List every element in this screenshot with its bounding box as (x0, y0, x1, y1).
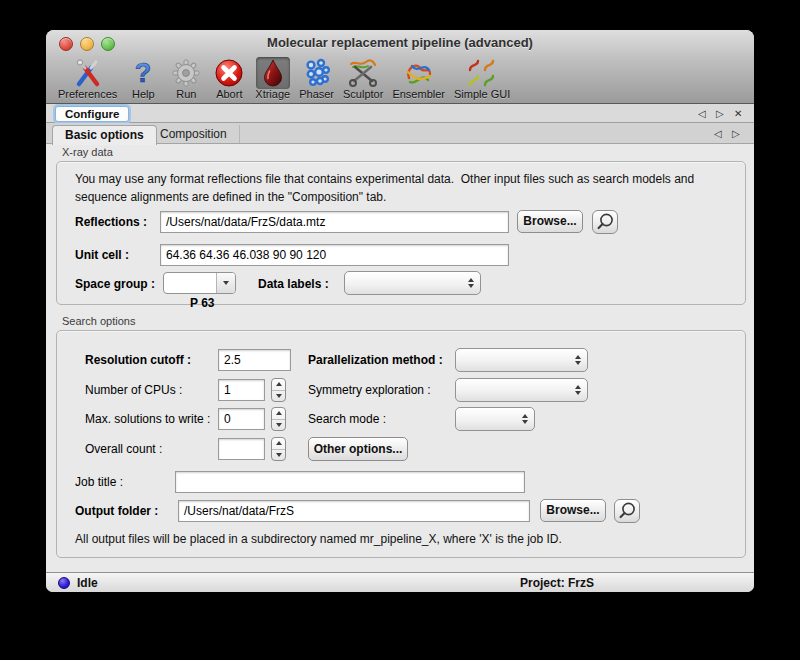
reflections-inspect-button[interactable] (592, 210, 618, 234)
search-mode-popup[interactable]: quick (455, 407, 535, 431)
output-folder-input[interactable]: /Users/nat/data/FrzS (178, 500, 530, 522)
app-window: Molecular replacement pipeline (advanced… (46, 30, 754, 592)
popup-arrows-icon (575, 349, 581, 371)
simple-gui-icon (465, 57, 499, 89)
toolbar-item-simple-gui[interactable]: Simple GUI (454, 56, 510, 100)
status-bar: Idle Project: FrzS (46, 572, 754, 592)
search-section-label: Search options (62, 315, 135, 327)
tab-bar: Basic options Composition ◁ ▷ (46, 123, 754, 144)
tab-prev-icon[interactable]: ◁ (714, 128, 722, 140)
toolbar-item-label: Run (176, 88, 196, 100)
resolution-cutoff-input[interactable]: 2.5 (218, 349, 291, 371)
stepper-down-icon[interactable] (272, 450, 285, 461)
toolbar-item-preferences[interactable]: Preferences (58, 56, 117, 100)
magnifier-icon (594, 211, 616, 233)
reflections-browse-button[interactable]: Browse... (517, 210, 583, 233)
popup-arrows-icon (575, 379, 581, 401)
cpus-stepper[interactable] (271, 378, 286, 402)
phaser-molecule-icon (300, 57, 334, 89)
xray-description-line2: sequence alignments are defined in the "… (75, 190, 386, 204)
output-folder-inspect-button[interactable] (614, 499, 640, 523)
data-labels-label: Data labels : (258, 277, 329, 291)
tab-next-icon[interactable]: ▷ (732, 128, 740, 140)
sculptor-scissors-icon (346, 57, 380, 89)
toolbar-item-help[interactable]: ? Help (126, 56, 160, 100)
job-title-input[interactable] (175, 471, 525, 493)
toolbar-item-label: Xtriage (255, 88, 290, 100)
xtriage-droplet-icon (256, 57, 290, 89)
toolbar-item-sculptor[interactable]: Sculptor (343, 56, 383, 100)
nav-next-icon[interactable]: ▷ (716, 108, 724, 120)
tab-composition[interactable]: Composition (148, 125, 240, 143)
symmetry-label: Symmetry exploration : (308, 383, 431, 397)
output-note: All output files will be placed in a sub… (75, 532, 562, 546)
max-solutions-stepper[interactable] (271, 407, 286, 431)
toolbar-item-run[interactable]: Run (169, 56, 203, 100)
space-group-combo[interactable]: P 63 (163, 272, 236, 294)
stepper-up-icon[interactable] (272, 408, 285, 420)
xray-section-label: X-ray data (62, 146, 113, 158)
unit-cell-label: Unit cell : (75, 248, 129, 262)
reflections-label: Reflections : (75, 215, 147, 229)
toolbar-item-ensembler[interactable]: Ensembler (392, 56, 445, 100)
overall-count-input[interactable] (218, 438, 265, 460)
space-group-value: P 63 (190, 296, 214, 310)
toolbar-item-label: Ensembler (392, 88, 445, 100)
svg-text:?: ? (135, 58, 152, 88)
toolbar-item-label: Preferences (58, 88, 117, 100)
parallelization-label: Parallelization method : (308, 353, 443, 367)
stepper-up-icon[interactable] (272, 438, 285, 450)
preferences-tools-icon (71, 57, 105, 89)
stepper-up-icon[interactable] (272, 379, 285, 391)
toolbar: Preferences ? Help (46, 56, 754, 104)
popup-arrows-icon (468, 272, 474, 294)
tab-configure[interactable]: Configure (55, 106, 129, 122)
job-title-label: Job title : (75, 475, 123, 489)
symmetry-popup[interactable]: dataset (455, 378, 588, 402)
output-folder-browse-button[interactable]: Browse... (540, 499, 606, 522)
popup-arrows-icon (522, 408, 528, 430)
magnifier-icon (616, 500, 638, 522)
overall-count-label: Overall count : (85, 442, 162, 456)
title-bar: Molecular replacement pipeline (advanced… (46, 30, 754, 56)
overall-count-stepper[interactable] (271, 437, 286, 461)
run-gear-icon (169, 57, 203, 89)
basic-options-panel: X-ray data You may use any format reflec… (46, 144, 754, 572)
parallelization-popup[interactable]: multiprocessing (455, 348, 588, 372)
toolbar-item-xtriage[interactable]: Xtriage (255, 56, 290, 100)
search-mode-label: Search mode : (308, 412, 386, 426)
abort-x-icon (212, 57, 246, 89)
combo-dropdown-icon (216, 273, 235, 293)
max-solutions-label: Max. solutions to write : (85, 412, 210, 426)
toolbar-item-label: Abort (216, 88, 242, 100)
other-options-button[interactable]: Other options... (308, 437, 408, 461)
help-question-icon: ? (126, 57, 160, 89)
stepper-down-icon[interactable] (272, 391, 285, 402)
toolbar-item-label: Phaser (299, 88, 334, 100)
toolbar-item-phaser[interactable]: Phaser (299, 56, 334, 100)
stepper-down-icon[interactable] (272, 420, 285, 431)
nav-prev-icon[interactable]: ◁ (698, 108, 706, 120)
close-icon[interactable]: ✕ (734, 108, 742, 120)
configure-bar: Configure ◁ ▷ ✕ (46, 104, 754, 123)
toolbar-item-label: Sculptor (343, 88, 383, 100)
tab-basic-options[interactable]: Basic options (52, 125, 157, 145)
output-folder-label: Output folder : (75, 504, 158, 518)
window-title: Molecular replacement pipeline (advanced… (46, 35, 754, 50)
space-group-label: Space group : (75, 277, 155, 291)
cpus-input[interactable]: 1 (218, 379, 265, 401)
max-solutions-input[interactable]: 0 (218, 408, 265, 430)
status-text: Idle (77, 576, 98, 590)
cpus-label: Number of CPUs : (85, 383, 182, 397)
status-indicator-icon (58, 577, 70, 589)
xray-description-line1: You may use any format reflections file … (75, 172, 694, 186)
resolution-cutoff-label: Resolution cutoff : (85, 353, 191, 367)
toolbar-item-label: Simple GUI (454, 88, 510, 100)
toolbar-item-label: Help (132, 88, 155, 100)
project-label: Project: FrzS (520, 576, 594, 590)
ensembler-ribbons-icon (402, 57, 436, 89)
unit-cell-input[interactable]: 64.36 64.36 46.038 90 90 120 (160, 244, 509, 266)
toolbar-item-abort[interactable]: Abort (212, 56, 246, 100)
data-labels-popup[interactable]: I(+),SIGI(+),I(-),SIGI(-) (344, 271, 481, 295)
reflections-input[interactable]: /Users/nat/data/FrzS/data.mtz (160, 211, 509, 233)
